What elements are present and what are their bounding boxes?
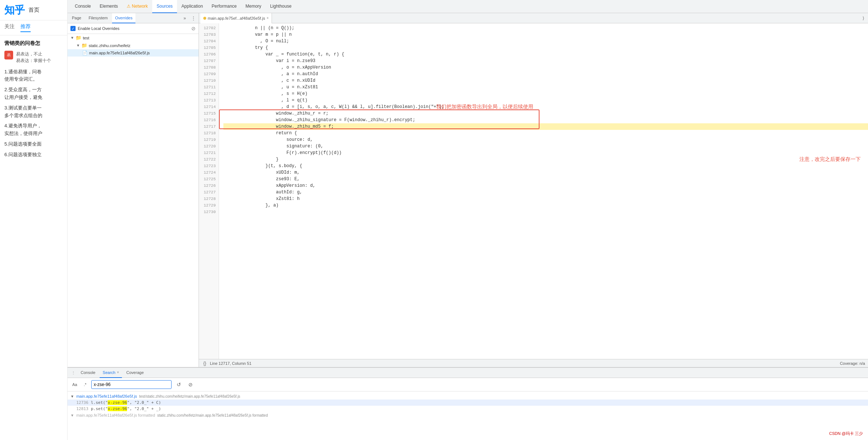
js-file-icon: 📄 [82,50,88,55]
section4: 4.避免诱导用户， 实想法，使得用户 [4,122,63,138]
tab-performance[interactable]: Performance [207,0,241,13]
expand-panel-button[interactable]: ⟩ [860,16,867,21]
line-num-12727: 12727 [199,189,216,196]
line-num-12725: 12725 [199,176,216,182]
close-search-button[interactable]: × [117,370,119,374]
sources-main: Page Filesystem Overrides » ⋮ Enabl [68,13,868,367]
search-input[interactable] [91,380,172,389]
section1: 1.通俗易懂，问卷 使用专业词汇。 [4,68,63,84]
code-line-12724: }(t, s.body, { [223,163,868,169]
line-num-12706: 12706 [199,51,216,58]
code-line-12711: , u = n.xZst81 [223,84,868,90]
sidebar-tab-filesystem[interactable]: Filesystem [86,13,111,23]
zhihu-logo: 知乎 [4,3,25,17]
case-sensitive-button[interactable]: Aa [70,381,79,388]
line-num-12726: 12726 [199,182,216,189]
code-tab-main[interactable]: main.app.fe75ef...af48af26e5f.js × [200,13,272,23]
bottom-panel: ⋮ Console Search × Coverage Aa .* ↺ ⊘ [68,367,868,440]
tab-lighthouse[interactable]: Lighthouse [266,0,296,13]
line-num-12709: 12709 [199,71,216,77]
code-line-12720: source: d, [223,136,868,143]
line-numbers: 1270212703127041270512706127071270812709… [199,23,219,359]
sidebar-tab-overrides[interactable]: Overrides [112,13,135,23]
result-highlight2: x-zse-96 [108,406,127,411]
tab-application[interactable]: Application [177,0,207,13]
line-num-12711: 12711 [199,84,216,90]
tab-elements[interactable]: Elements [95,0,122,13]
folder-icon: 📁 [76,35,81,40]
tab-recommend[interactable]: 推荐 [20,23,31,32]
code-line-12707: var i = n.zse93 [223,58,868,64]
zhihu-nav[interactable]: 首页 [28,7,39,13]
code-line-12706: var _ = function(e, t, n, r) { [223,51,868,58]
search-bar: Aa .* ↺ ⊘ [68,378,868,391]
cancel-search-button[interactable]: ⊘ [186,380,195,389]
section5: 5.问题选项要全面 [4,140,63,148]
sources-layout: Page Filesystem Overrides » ⋮ Enabl [68,13,868,440]
tab-follow[interactable]: 关注 [4,23,15,32]
code-content[interactable]: n || (n = Q()); var m = p || n , O = nul… [219,23,868,359]
sidebar-menu-button[interactable]: ⋮ [190,15,197,22]
tab-network[interactable]: ⚠Network [122,0,152,13]
result-highlight: x-zse-96 [108,400,127,405]
code-line-12713: , l = q(t) [223,97,868,104]
bottom-tab-console[interactable]: Console [78,368,98,378]
search-result-12736[interactable]: 12736 l.set("x-zse-96", "2.0_" + C) [68,400,868,406]
code-line-12714: , d = [i, s, o, a, c, W(l) && l, u].filt… [223,104,868,110]
coverage-label: Coverage: n/a [840,361,865,366]
bottom-tab-coverage[interactable]: Coverage [123,368,147,378]
zhihu-header: 知乎 首页 [0,0,67,20]
line-num-12724: 12724 [199,169,216,176]
line-num-12713: 12713 [199,97,216,104]
folder-zhihu[interactable]: ▼ 📁 static.zhihu.com/heifetz [68,42,199,49]
code-line-12715: window._zhihu_r = r; [223,110,868,117]
result-before: l.set(" [91,400,108,405]
bottom-tab-search[interactable]: Search × [100,368,122,378]
file-main-js[interactable]: 📄 main.app.fe75efe11af48af26e5f.js [68,49,199,57]
close-tab-button[interactable]: × [266,16,269,20]
more-tabs-button[interactable]: » [181,15,188,22]
line-number: 12813 [76,406,91,411]
enable-overrides-checkbox[interactable] [70,26,76,31]
tab-memory[interactable]: Memory [241,0,266,13]
devtools-panel: Console Elements ⚠Network Sources Applic… [68,0,868,440]
bottom-more-button[interactable]: ⋮ [70,370,76,376]
zhihu-panel: 知乎 首页 关注 推荐 营销类的问卷怎 易 易表达，不止 易表达：掌握十个 1.… [0,0,68,440]
search-file-header-2: ▼ main.app.fe75efe11af48af26e5f.js forma… [68,412,868,418]
result-after2: ", "2.0_" + _) [127,406,161,411]
chevron-icon-2: ▼ [70,413,74,417]
sources-sidebar: Page Filesystem Overrides » ⋮ Enabl [68,13,199,367]
search-result-12813[interactable]: 12813 p.set("x-zse-96", "2.0_" + _) [68,406,868,412]
line-num-12718: 12718 [199,130,216,136]
section6: 6.问题选项要独立 [4,151,63,159]
code-line-12729: xZst81: h [223,196,868,202]
status-position: Line 12717, Column 51 [210,361,251,366]
section3: 3.测试要点要单一 多个需求点组合的 [4,104,63,120]
line-number: 12736 [76,400,91,405]
file-tree: ▼ 📁 test ▼ 📁 static.zhihu.com/heifetz 📄 … [68,34,199,367]
code-line-12728: authId: g, [223,189,868,196]
folder-test[interactable]: ▼ 📁 test [68,34,199,42]
refresh-search-button[interactable]: ↺ [174,380,183,389]
chevron-down-icon: ▼ [76,43,80,47]
tab-console[interactable]: Console [70,0,95,13]
sidebar-tab-page[interactable]: Page [69,13,84,23]
code-line-12730: }, a) [223,202,868,209]
code-line-12708: , o = n.xAppVersion [223,64,868,71]
line-num-12729: 12729 [199,202,216,209]
code-line-12725: xUDId: m, [223,169,868,176]
tab-sources[interactable]: Sources [152,0,177,13]
article-item: 易 易表达，不止 易表达：掌握十个 [4,51,63,64]
article-desc: 易表达：掌握十个 [16,57,51,64]
result-after: ", "2.0_" + C) [127,400,161,405]
line-num-12703: 12703 [199,31,216,38]
code-line-12705: try { [223,45,868,51]
block-icon[interactable]: ⊘ [191,26,196,31]
line-num-12704: 12704 [199,38,216,45]
code-line-12709: , a = n.authId [223,71,868,77]
code-line-12702: n || (n = Q()); [223,25,868,31]
result-filepath-1: test/static.zhihu.com/heifetz/main.app.f… [139,394,240,398]
line-num-12722: 12722 [199,156,216,163]
line-num-12728: 12728 [199,196,216,202]
regex-button[interactable]: .* [82,381,88,388]
